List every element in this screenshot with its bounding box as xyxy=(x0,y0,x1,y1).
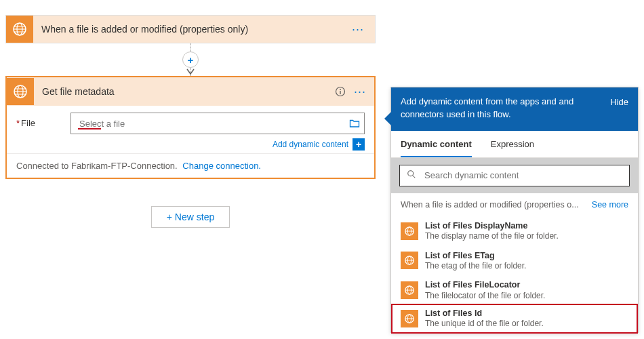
action-more-menu[interactable]: ··· xyxy=(350,85,370,99)
spellcheck-underline-icon xyxy=(78,128,101,129)
svg-point-11 xyxy=(408,171,414,176)
see-more-link[interactable]: See more xyxy=(585,200,628,210)
dynamic-section-title: When a file is added or modified (proper… xyxy=(401,200,585,210)
trigger-more-menu[interactable]: ··· xyxy=(348,22,368,37)
item-title: List of Files ETag xyxy=(425,250,628,261)
dynamic-item-etag[interactable]: List of Files ETag The etag of the file … xyxy=(391,246,638,276)
connection-status-text: Connected to Fabrikam-FTP-Connection. xyxy=(16,161,178,171)
item-desc: The filelocator of the file or folder. xyxy=(425,291,628,302)
folder-picker-icon[interactable] xyxy=(349,118,360,129)
ftp-connector-icon xyxy=(7,78,34,105)
search-input[interactable] xyxy=(423,170,622,181)
item-desc: The unique id of the file or folder. xyxy=(425,319,628,330)
item-title: List of Files DisplayName xyxy=(425,220,628,231)
hide-panel-link[interactable]: Hide xyxy=(610,96,628,107)
new-step-button[interactable]: + New step xyxy=(151,206,230,228)
svg-line-12 xyxy=(413,176,416,178)
file-field-row: *File Add dynamic content + xyxy=(16,113,365,151)
connector-line: + xyxy=(5,43,376,76)
svg-point-9 xyxy=(340,89,341,90)
dynamic-section-header: When a file is added or modified (proper… xyxy=(391,193,638,216)
tab-expression[interactable]: Expression xyxy=(491,131,534,157)
dynamic-item-id[interactable]: List of Files Id The unique id of the fi… xyxy=(391,304,638,334)
add-dynamic-content-row: Add dynamic content + xyxy=(71,138,365,151)
add-dynamic-content-link[interactable]: Add dynamic content xyxy=(273,140,348,149)
file-input[interactable] xyxy=(78,118,349,129)
add-step-between-button[interactable]: + xyxy=(182,52,199,68)
dynamic-content-panel: Add dynamic content from the apps and an… xyxy=(390,87,639,333)
panel-pointer-icon xyxy=(384,112,391,125)
required-star-icon: * xyxy=(16,118,20,128)
ftp-connector-icon xyxy=(401,222,418,240)
info-icon[interactable] xyxy=(331,86,350,97)
action-title: Get file metadata xyxy=(34,86,331,97)
action-header[interactable]: Get file metadata ··· xyxy=(7,77,374,106)
ftp-connector-icon xyxy=(401,310,418,327)
ftp-connector-icon xyxy=(401,281,418,299)
add-dynamic-content-button[interactable]: + xyxy=(353,138,365,151)
item-title: List of Files FileLocator xyxy=(425,279,628,290)
trigger-card[interactable]: When a file is added or modified (proper… xyxy=(5,15,376,43)
action-card: Get file metadata ··· *File xyxy=(5,76,376,179)
dynamic-item-filelocator[interactable]: List of Files FileLocator The filelocato… xyxy=(391,275,638,305)
trigger-title: When a file is added or modified (proper… xyxy=(33,24,348,35)
svg-rect-10 xyxy=(340,91,340,94)
search-wrapper xyxy=(391,158,638,193)
file-field-label: *File xyxy=(16,113,71,128)
item-desc: The display name of the file or folder. xyxy=(425,231,628,242)
item-desc: The etag of the file or folder. xyxy=(425,261,628,272)
file-input-wrapper[interactable] xyxy=(71,113,365,134)
dynamic-panel-tabs: Dynamic content Expression xyxy=(391,131,638,158)
connection-footer: Connected to Fabrikam-FTP-Connection. Ch… xyxy=(7,154,374,178)
action-body: *File Add dynamic content + xyxy=(7,106,374,154)
change-connection-link[interactable]: Change connection. xyxy=(182,161,261,171)
search-icon xyxy=(407,170,416,181)
tab-dynamic-content[interactable]: Dynamic content xyxy=(401,131,472,157)
item-title: List of Files Id xyxy=(425,308,628,319)
arrow-down-icon xyxy=(186,67,195,77)
dynamic-item-displayname[interactable]: List of Files DisplayName The display na… xyxy=(391,216,638,246)
ftp-connector-icon xyxy=(6,16,33,43)
dynamic-panel-header-text: Add dynamic content from the apps and an… xyxy=(401,96,601,121)
search-box[interactable] xyxy=(399,165,630,186)
dynamic-items-list: List of Files DisplayName The display na… xyxy=(391,216,638,334)
ftp-connector-icon xyxy=(401,252,418,269)
dynamic-panel-header: Add dynamic content from the apps and an… xyxy=(391,87,638,131)
